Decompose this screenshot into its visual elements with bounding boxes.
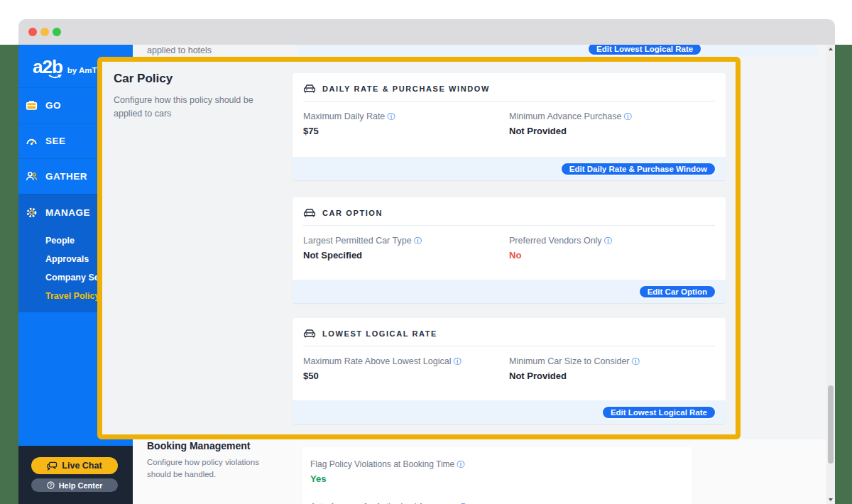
info-icon[interactable]: ⓘ: [387, 112, 395, 121]
close-window-button[interactable]: [28, 28, 37, 36]
field-maximum-rate-above-lowest-logical: Maximum Rate Above Lowest Logicalⓘ $50: [303, 354, 509, 400]
car-policy-description: Configure how this policy should be appl…: [114, 94, 263, 121]
hotel-policy-footer-band: [298, 45, 818, 56]
scroll-up-arrow-icon[interactable]: [829, 48, 833, 50]
field-value: Not Specified: [303, 250, 509, 261]
field-flag-policy-violations: Flag Policy Violations at Booking Timeⓘ …: [310, 457, 501, 484]
field-maximum-daily-rate: Maximum Daily Rateⓘ $75: [303, 109, 509, 157]
field-minimum-advance-purchase: Minimum Advance Purchaseⓘ Not Provided: [509, 109, 715, 157]
sidebar-item-label: GATHER: [45, 171, 87, 182]
info-icon[interactable]: ⓘ: [604, 236, 613, 245]
lowest-logical-rate-card: LOWEST LOGICAL RATE Maximum Rate Above L…: [293, 318, 726, 424]
gear-icon: [26, 207, 38, 219]
booking-management-description: Configure how policy violations should b…: [147, 456, 275, 481]
briefcase-icon: [26, 99, 38, 111]
chat-bubble-icon: [47, 461, 58, 471]
field-value: $75: [303, 126, 509, 136]
field-label: Minimum Car Size to Consider: [509, 356, 630, 366]
desktop-background-right: [835, 45, 852, 504]
car-icon: [303, 208, 316, 218]
car-icon: [303, 84, 316, 94]
field-label: Largest Permitted Car Type: [303, 236, 412, 246]
field-value: Not Provided: [509, 371, 715, 381]
help-center-label: Help Center: [59, 481, 103, 490]
vertical-scrollbar[interactable]: [826, 45, 835, 504]
help-center-button[interactable]: ? Help Center: [31, 478, 118, 492]
question-circle-icon: ?: [47, 481, 55, 489]
edit-lowest-logical-rate-top-button[interactable]: Edit Lowest Logical Rate: [587, 45, 702, 56]
car-policy-title: Car Policy: [114, 72, 173, 86]
live-chat-button[interactable]: Live Chat: [31, 457, 118, 474]
booking-management-title: Booking Management: [147, 440, 250, 451]
sidebar-item-label: SEE: [45, 136, 66, 146]
field-minimum-car-size-to-consider: Minimum Car Size to Considerⓘ Not Provid…: [509, 354, 715, 400]
info-icon[interactable]: ⓘ: [632, 357, 640, 366]
field-value: Not Provided: [509, 126, 715, 136]
field-value: Yes: [310, 473, 501, 484]
app-viewport: applied to hotels Edit Lowest Logical Ra…: [18, 45, 835, 504]
logo-suffix-text: by AmT: [67, 66, 97, 75]
sidebar-item-label: GO: [45, 100, 61, 111]
field-value: $50: [303, 371, 509, 381]
edit-lowest-logical-rate-button[interactable]: Edit Lowest Logical Rate: [601, 405, 716, 420]
field-auto-approve: Auto Approve for Authorized Approversⓘ N…: [310, 500, 501, 504]
desktop-background-left: [0, 45, 18, 504]
card-title: LOWEST LOGICAL RATE: [322, 329, 437, 338]
browser-window: applied to hotels Edit Lowest Logical Ra…: [18, 19, 835, 504]
people-icon: [26, 170, 38, 182]
edit-car-option-button[interactable]: Edit Car Option: [638, 285, 716, 299]
field-label: Maximum Rate Above Lowest Logical: [303, 356, 451, 366]
field-label: Preferred Vendors Only: [509, 236, 602, 246]
scroll-down-arrow-icon[interactable]: [829, 498, 833, 501]
edit-daily-rate-purchase-window-button[interactable]: Edit Daily Rate & Purchase Window: [560, 162, 716, 176]
minimize-window-button[interactable]: [40, 28, 49, 36]
sidebar-item-label: MANAGE: [45, 207, 90, 218]
field-label: Maximum Daily Rate: [303, 111, 385, 121]
car-policy-highlight-box: Car Policy Configure how this policy sho…: [97, 57, 741, 439]
field-value: No: [509, 250, 715, 261]
gauge-icon: [26, 135, 38, 147]
field-preferred-vendors-only: Preferred Vendors Onlyⓘ No: [509, 234, 715, 280]
hotel-policy-partial-text: applied to hotels: [147, 45, 212, 55]
booking-management-card: Flag Policy Violations at Booking Timeⓘ …: [302, 447, 692, 504]
info-icon[interactable]: ⓘ: [414, 236, 422, 245]
scrollbar-thumb[interactable]: [828, 385, 834, 464]
car-icon: [303, 329, 316, 339]
daily-rate-purchase-window-card: DAILY RATE & PURCHASE WINDOW Maximum Dai…: [293, 73, 726, 180]
sidebar-footer: Live Chat ? Help Center: [18, 446, 133, 504]
info-icon[interactable]: ⓘ: [453, 357, 462, 366]
info-icon[interactable]: ⓘ: [457, 460, 465, 469]
window-titlebar: [18, 19, 835, 45]
svg-text:?: ?: [49, 483, 52, 488]
logo-swoosh-arrow-icon: [48, 73, 64, 80]
card-title: CAR OPTION: [322, 209, 383, 217]
field-largest-permitted-car-type: Largest Permitted Car Typeⓘ Not Specifie…: [303, 234, 509, 280]
field-label: Minimum Advance Purchase: [509, 111, 621, 121]
field-label: Flag Policy Violations at Booking Time: [310, 459, 454, 469]
card-title: DAILY RATE & PURCHASE WINDOW: [322, 84, 490, 93]
car-option-card: CAR OPTION Largest Permitted Car Typeⓘ N…: [293, 197, 726, 303]
live-chat-label: Live Chat: [62, 461, 102, 471]
zoom-window-button[interactable]: [53, 28, 61, 36]
info-icon[interactable]: ⓘ: [623, 112, 632, 121]
